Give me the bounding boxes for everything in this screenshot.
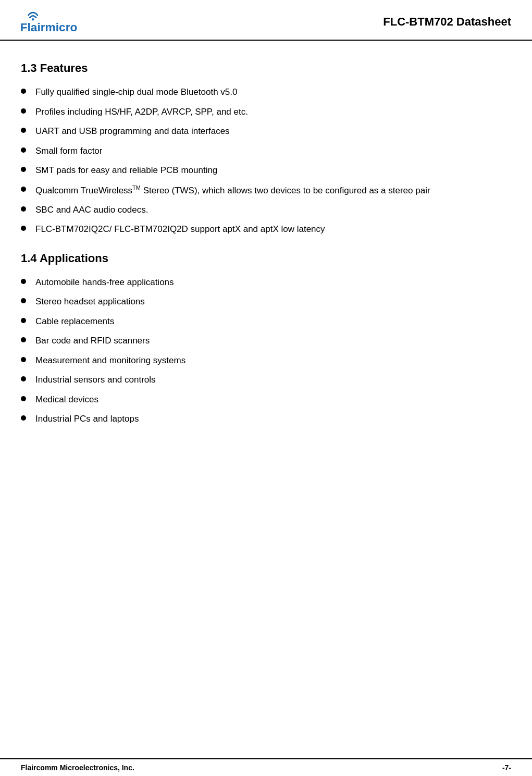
superscript: TM <box>132 184 141 191</box>
application-item-text: Medical devices <box>35 393 511 407</box>
bullet-icon <box>21 206 26 212</box>
feature-item-text: Qualcomm TrueWirelessTM Stereo (TWS), wh… <box>35 183 511 197</box>
list-item: Profiles including HS/HF, A2DP, AVRCP, S… <box>21 105 511 119</box>
bullet-icon <box>21 415 26 421</box>
list-item: Stereo headset applications <box>21 295 511 309</box>
application-item-text: Cable replacements <box>35 315 511 328</box>
document-title: FLC-BTM702 Datasheet <box>383 15 511 29</box>
text-after-sup: Stereo (TWS), which allows two devices t… <box>141 185 430 195</box>
application-item-text: Automobile hands-free applications <box>35 276 511 289</box>
bullet-icon <box>21 167 26 172</box>
page-footer: Flaircomm Microelectronics, Inc. -7- <box>0 758 532 776</box>
bullet-icon <box>21 147 26 153</box>
text-before-sup: Qualcomm TrueWireless <box>35 185 132 195</box>
application-item-text: Industrial PCs and laptops <box>35 412 511 426</box>
list-item: Small form factor <box>21 144 511 158</box>
bullet-icon <box>21 279 26 284</box>
application-item-text: Industrial sensors and controls <box>35 373 511 387</box>
feature-item-text: UART and USB programming and data interf… <box>35 125 511 138</box>
feature-item-text: FLC-BTM702IQ2C/ FLC-BTM702IQ2D support a… <box>35 223 511 236</box>
footer-page-number: -7- <box>502 763 511 772</box>
features-list: Fully qualified single-chip dual mode Bl… <box>21 85 511 236</box>
list-item: Fully qualified single-chip dual mode Bl… <box>21 85 511 99</box>
bullet-icon <box>21 128 26 133</box>
application-item-text: Measurement and monitoring systems <box>35 354 511 367</box>
list-item: Measurement and monitoring systems <box>21 354 511 367</box>
list-item: SBC and AAC audio codecs. <box>21 203 511 217</box>
list-item: Medical devices <box>21 393 511 407</box>
feature-item-text: SMT pads for easy and reliable PCB mount… <box>35 164 511 177</box>
feature-item-text: Small form factor <box>35 144 511 158</box>
feature-item-text: Fully qualified single-chip dual mode Bl… <box>35 85 511 99</box>
applications-list: Automobile hands-free applications Stere… <box>21 276 511 426</box>
list-item: Bar code and RFID scanners <box>21 334 511 348</box>
bullet-icon <box>21 187 26 192</box>
feature-item-text: Profiles including HS/HF, A2DP, AVRCP, S… <box>35 105 511 119</box>
list-item: UART and USB programming and data interf… <box>21 125 511 138</box>
application-item-text: Bar code and RFID scanners <box>35 334 511 348</box>
list-item: Qualcomm TrueWirelessTM Stereo (TWS), wh… <box>21 183 511 197</box>
bullet-icon <box>21 298 26 303</box>
list-item: Industrial PCs and laptops <box>21 412 511 426</box>
list-item: FLC-BTM702IQ2C/ FLC-BTM702IQ2D support a… <box>21 223 511 236</box>
bullet-icon <box>21 318 26 323</box>
application-item-text: Stereo headset applications <box>35 295 511 309</box>
bullet-icon <box>21 376 26 381</box>
list-item: SMT pads for easy and reliable PCB mount… <box>21 164 511 177</box>
list-item: Automobile hands-free applications <box>21 276 511 289</box>
list-item: Cable replacements <box>21 315 511 328</box>
list-item: Industrial sensors and controls <box>21 373 511 387</box>
applications-heading: 1.4 Applications <box>21 252 511 265</box>
bullet-icon <box>21 396 26 401</box>
logo-svg: Flairmicro <box>16 9 107 34</box>
svg-text:Flairmicro: Flairmicro <box>20 20 78 34</box>
logo: Flairmicro <box>16 9 107 34</box>
page-header: Flairmicro FLC-BTM702 Datasheet <box>0 0 532 41</box>
bullet-icon <box>21 108 26 114</box>
bullet-icon <box>21 337 26 342</box>
bullet-icon <box>21 357 26 362</box>
footer-company-name: Flaircomm Microelectronics, Inc. <box>21 763 134 772</box>
feature-item-text: SBC and AAC audio codecs. <box>35 203 511 217</box>
bullet-icon <box>21 226 26 231</box>
features-heading: 1.3 Features <box>21 61 511 75</box>
bullet-icon <box>21 89 26 94</box>
page-content: 1.3 Features Fully qualified single-chip… <box>0 41 532 457</box>
